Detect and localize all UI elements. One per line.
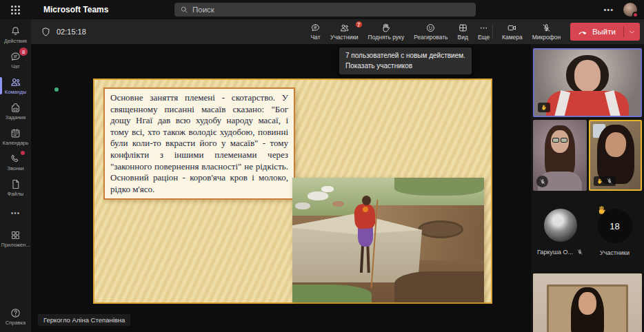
muted-mic-badge	[536, 176, 548, 187]
participant-name: Гаркуша О...	[537, 249, 573, 256]
presence-dot	[54, 87, 59, 92]
participant-avatar-tile[interactable]: Гаркуша О...	[533, 209, 587, 269]
search-box[interactable]	[174, 3, 476, 17]
sidebar-item-assignments[interactable]: Задания	[0, 98, 31, 124]
hangup-icon	[578, 27, 588, 37]
calls-notification-dot	[21, 151, 25, 155]
photo-person-beads	[363, 207, 368, 212]
photo-well-ring	[418, 220, 463, 238]
participant-video-tile-4[interactable]	[533, 273, 642, 332]
presenter-name-label: Геркогло Аліна Степанівна	[38, 314, 130, 326]
bell-icon	[10, 25, 21, 37]
photo-cow	[332, 201, 344, 207]
sidebar-item-more[interactable]: •••	[0, 200, 31, 226]
mic-muted-icon	[576, 249, 583, 256]
teams-icon	[10, 76, 21, 88]
participants-badge: 7	[355, 21, 363, 28]
sidebar-item-label: Задания	[6, 114, 26, 121]
participants-button-label: Участники	[330, 34, 359, 41]
sidebar-item-label: Команды	[5, 89, 27, 95]
camera-button[interactable]: Камера	[497, 19, 527, 44]
sidebar-item-chat[interactable]: 8 Чат	[0, 48, 31, 73]
meeting-stage: Основне заняття племені - скотарство. У …	[31, 44, 531, 332]
topbar-more-button[interactable]: •••	[603, 6, 614, 14]
shield-icon	[41, 27, 51, 37]
file-icon	[10, 178, 21, 190]
photo-person-head	[362, 196, 371, 205]
photo-cow	[308, 191, 328, 200]
meeting-timer: 02:15:18	[57, 28, 86, 36]
shared-presentation-slide[interactable]: Основне заняття племені - скотарство. У …	[93, 79, 492, 304]
raised-hand-icon	[596, 205, 607, 216]
mic-muted-icon	[539, 178, 546, 185]
user-avatar[interactable]	[623, 3, 637, 17]
help-icon	[10, 307, 21, 319]
raise-hand-button[interactable]: Поднять руку	[363, 19, 410, 44]
app-sidebar: Действия 8 Чат Команды Задания Календарь…	[0, 19, 31, 332]
people-icon	[339, 23, 350, 33]
participants-button[interactable]: 7 Участники	[325, 19, 363, 44]
app-title: Microsoft Teams	[43, 5, 108, 14]
photo-grass-foot	[292, 284, 372, 302]
phone-icon	[10, 153, 21, 165]
sidebar-item-files[interactable]: Файлы	[0, 175, 31, 200]
leave-button[interactable]: Выйти	[570, 23, 640, 41]
chevron-down-icon	[628, 28, 636, 36]
more-actions-label: Еще	[478, 34, 490, 41]
topbar-right: •••	[603, 3, 644, 17]
view-button[interactable]: Вид	[453, 19, 473, 44]
participant-face	[578, 292, 596, 315]
mic-muted-icon	[541, 23, 552, 33]
participant-avatar	[544, 209, 577, 242]
sidebar-item-label: Справка	[6, 320, 26, 326]
search-input[interactable]	[192, 6, 470, 14]
teams-app-window: Microsoft Teams ••• Действия 8 Чат Коман…	[0, 0, 644, 332]
photo-trees	[394, 178, 484, 196]
overflow-label: Участники	[600, 249, 630, 256]
chat-badge: 8	[19, 48, 28, 56]
sidebar-item-activity[interactable]: Действия	[0, 22, 31, 48]
ellipsis-icon	[479, 23, 489, 33]
sidebar-item-help[interactable]: Справка	[0, 304, 31, 329]
mic-button-label: Микрофон	[532, 34, 561, 41]
meeting-toolbar: 02:15:18 Чат 7 Участники Поднять руку Ре…	[31, 19, 644, 44]
sidebar-item-label: Чат	[11, 63, 19, 70]
participant-video-tile-2[interactable]	[533, 120, 587, 191]
overflow-count: 18	[610, 221, 619, 231]
raised-hand-icon	[541, 104, 547, 111]
react-button[interactable]: Реагировать	[409, 19, 452, 44]
participants-tooltip: 7 пользователей с новым действием. Показ…	[339, 48, 472, 74]
participant-video-tile-3[interactable]	[589, 120, 642, 191]
photo-cow	[321, 186, 334, 192]
sidebar-item-calendar[interactable]: Календарь	[0, 124, 31, 149]
waffle-grid-icon	[11, 6, 20, 14]
chat-button[interactable]: Чат	[305, 19, 325, 44]
participant-video-tile-1[interactable]	[533, 48, 642, 117]
participants-overflow-tile[interactable]: 18 Участники	[587, 209, 642, 269]
leave-options-chevron[interactable]	[624, 23, 640, 41]
react-button-label: Реагировать	[414, 34, 447, 41]
participant-tile-row	[533, 120, 642, 191]
calendar-icon	[10, 127, 21, 139]
smiley-icon	[425, 23, 436, 33]
camera-icon	[507, 23, 517, 33]
sidebar-item-label: Приложен...	[1, 242, 30, 248]
search-icon	[180, 6, 188, 14]
topbar: Microsoft Teams •••	[0, 0, 644, 19]
participants-rail: Гаркуша О... 18 Участники	[531, 44, 644, 332]
app-launcher-icon[interactable]	[0, 0, 31, 19]
more-actions-button[interactable]: Еще	[473, 19, 494, 44]
sidebar-item-label: Действия	[4, 38, 27, 44]
meeting-info: 02:15:18	[41, 27, 86, 37]
sidebar-item-teams[interactable]: Команды	[0, 73, 31, 98]
chat-bubble-icon	[310, 23, 321, 33]
tooltip-line-2: Показать участников	[345, 61, 465, 72]
toolbar-divider	[492, 24, 493, 39]
mic-button[interactable]: Микрофон	[527, 19, 565, 44]
sidebar-item-calls[interactable]: Звонки	[0, 149, 31, 175]
participants-overflow-circle[interactable]: 18	[598, 209, 632, 243]
view-button-label: Вид	[458, 34, 468, 41]
sidebar-item-apps[interactable]: Приложен...	[0, 226, 31, 251]
leave-button-main[interactable]: Выйти	[570, 23, 623, 41]
slide-text: Основне заняття племені - скотарство. У …	[110, 92, 288, 195]
